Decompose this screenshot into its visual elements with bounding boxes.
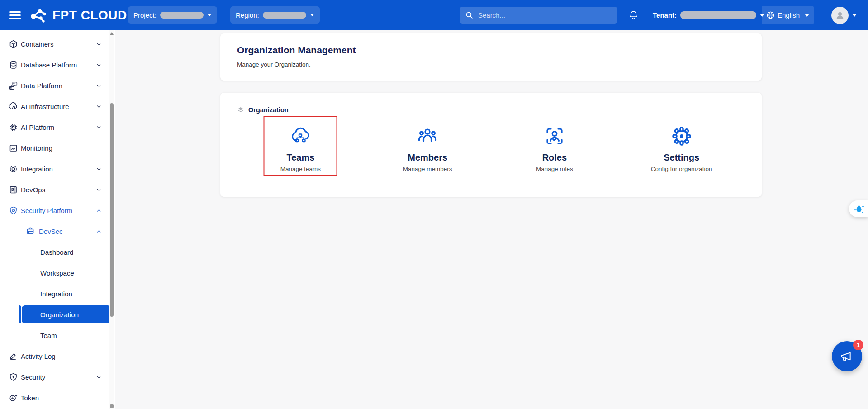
drive-icon bbox=[25, 226, 35, 236]
tile-title: Settings bbox=[664, 152, 699, 163]
region-label: Region: bbox=[236, 11, 259, 19]
devops-badge-icon bbox=[8, 185, 18, 195]
roles-scan-icon bbox=[543, 125, 566, 147]
chevron-down-icon bbox=[96, 104, 102, 109]
settings-gear-icon bbox=[670, 125, 693, 147]
sidebar-item-containers[interactable]: Containers bbox=[0, 33, 115, 54]
tile-title: Roles bbox=[542, 152, 567, 163]
section-title: Organization bbox=[248, 106, 289, 114]
sidebar-item-integration-sub[interactable]: Integration bbox=[0, 283, 115, 304]
chevron-down-icon bbox=[96, 83, 102, 89]
tile-teams[interactable]: Teams Manage teams bbox=[237, 125, 364, 172]
tile-settings[interactable]: Settings Config for organization bbox=[618, 125, 745, 172]
gear-icon bbox=[8, 164, 18, 174]
sidebar-item-label: Containers bbox=[21, 40, 54, 48]
sidebar-item-team[interactable]: Team bbox=[0, 325, 115, 346]
chevron-down-icon bbox=[96, 62, 102, 68]
chevron-down-icon bbox=[207, 14, 212, 16]
user-menu[interactable] bbox=[831, 0, 857, 30]
chevron-down-icon bbox=[96, 187, 102, 193]
scrollbar-up-arrow-icon[interactable] bbox=[110, 32, 114, 35]
sidebar-item-label: Organization bbox=[40, 311, 79, 319]
avatar bbox=[831, 7, 849, 24]
sidebar-item-workspace[interactable]: Workspace bbox=[0, 262, 115, 283]
bell-icon bbox=[628, 10, 639, 21]
cube-icon bbox=[8, 39, 18, 49]
tile-members[interactable]: Members Manage members bbox=[364, 125, 491, 172]
scrollbar-thumb[interactable] bbox=[110, 103, 114, 317]
organization-tiles: Teams Manage teams Memb bbox=[237, 119, 745, 172]
sidebar-nav: Containers Database Platform Data Platfo… bbox=[0, 30, 115, 409]
search-icon bbox=[465, 11, 474, 19]
tile-title: Members bbox=[408, 152, 447, 163]
tile-subtitle: Manage roles bbox=[536, 166, 573, 172]
region-dropdown[interactable]: Region: bbox=[230, 6, 320, 24]
megaphone-icon bbox=[840, 349, 854, 364]
tile-subtitle: Manage members bbox=[403, 166, 452, 172]
sidebar-item-label: DevSec bbox=[39, 228, 63, 235]
sidebar-item-security[interactable]: Security bbox=[0, 366, 115, 387]
shield-icon bbox=[8, 372, 18, 382]
page-header-card: Organization Management Manage your Orga… bbox=[220, 33, 762, 81]
project-dropdown[interactable]: Project: bbox=[128, 6, 217, 24]
announcements-button[interactable]: 1 bbox=[832, 341, 862, 371]
shield-refresh-icon bbox=[8, 205, 18, 215]
data-stack-icon bbox=[8, 81, 18, 90]
sidebar-item-label: Integration bbox=[40, 290, 72, 298]
chip-icon bbox=[8, 122, 18, 132]
sidebar-item-monitoring[interactable]: Monitoring bbox=[0, 138, 115, 158]
sidebar-item-label: Security bbox=[21, 373, 45, 381]
sidebar-item-ai-infrastructure[interactable]: AI Infrastructure bbox=[0, 96, 115, 117]
sidebar-item-label: Activity Log bbox=[21, 352, 56, 360]
chevron-down-icon bbox=[310, 14, 314, 16]
page-subtitle: Manage your Organization. bbox=[237, 61, 745, 68]
sidebar-item-dashboard[interactable]: Dashboard bbox=[0, 242, 115, 262]
language-label: English bbox=[778, 11, 800, 19]
sidebar-item-label: AI Infrastructure bbox=[21, 103, 69, 110]
sidebar-item-organization[interactable]: Organization bbox=[0, 304, 115, 325]
sidebar-item-label: Dashboard bbox=[40, 248, 73, 256]
project-label: Project: bbox=[133, 11, 157, 19]
chevron-down-icon bbox=[96, 41, 102, 47]
tenant-dropdown[interactable]: Tenant: bbox=[653, 0, 764, 30]
water-drop-icon bbox=[854, 203, 865, 215]
members-group-icon bbox=[416, 125, 439, 147]
sidebar-item-integration[interactable]: Integration bbox=[0, 158, 115, 179]
database-icon bbox=[8, 60, 18, 70]
sidebar-scrollbar[interactable] bbox=[109, 30, 114, 409]
sidebar-item-devsec[interactable]: DevSec bbox=[0, 221, 115, 242]
page-title: Organization Management bbox=[237, 45, 745, 56]
notification-bell-button[interactable] bbox=[628, 0, 639, 30]
search-box[interactable] bbox=[460, 7, 617, 24]
sidebar-item-token[interactable]: Token bbox=[0, 387, 115, 408]
fpt-molecule-icon bbox=[29, 6, 49, 24]
pen-icon bbox=[8, 351, 18, 361]
sidebar-item-devops[interactable]: DevOps bbox=[0, 179, 115, 200]
sidebar-item-label: Integration bbox=[21, 165, 53, 173]
scrollbar-thumb-fragment bbox=[110, 404, 114, 408]
sidebar-item-data-platform[interactable]: Data Platform bbox=[0, 75, 115, 96]
sidebar-item-ai-platform[interactable]: AI Platform bbox=[0, 117, 115, 138]
active-indicator-bar bbox=[19, 305, 21, 323]
chevron-up-icon bbox=[96, 228, 102, 234]
tile-subtitle: Manage teams bbox=[280, 166, 321, 172]
menu-toggle-button[interactable] bbox=[7, 0, 23, 30]
globe-icon bbox=[766, 11, 775, 19]
teams-cloud-icon bbox=[289, 125, 312, 147]
sidebar-item-security-platform[interactable]: Security Platform bbox=[0, 200, 115, 221]
ai-cloud-icon bbox=[8, 101, 18, 111]
tile-roles[interactable]: Roles Manage roles bbox=[491, 125, 618, 172]
chevron-down-icon bbox=[805, 14, 809, 17]
assistant-drop-tab[interactable] bbox=[849, 200, 868, 217]
sidebar-item-database-platform[interactable]: Database Platform bbox=[0, 54, 115, 75]
brand-logo[interactable]: FPT CLOUD bbox=[29, 0, 127, 30]
language-selector[interactable]: English bbox=[762, 6, 814, 24]
chevron-down-icon bbox=[96, 374, 102, 380]
sidebar-item-activity-log[interactable]: Activity Log bbox=[0, 346, 115, 366]
chevron-down-icon bbox=[852, 14, 857, 17]
redacted-region-value bbox=[263, 12, 306, 19]
layers-icon bbox=[237, 106, 244, 114]
search-input[interactable] bbox=[478, 11, 596, 19]
sidebar-item-label: Security Platform bbox=[21, 207, 72, 214]
redacted-tenant-value bbox=[680, 11, 756, 19]
